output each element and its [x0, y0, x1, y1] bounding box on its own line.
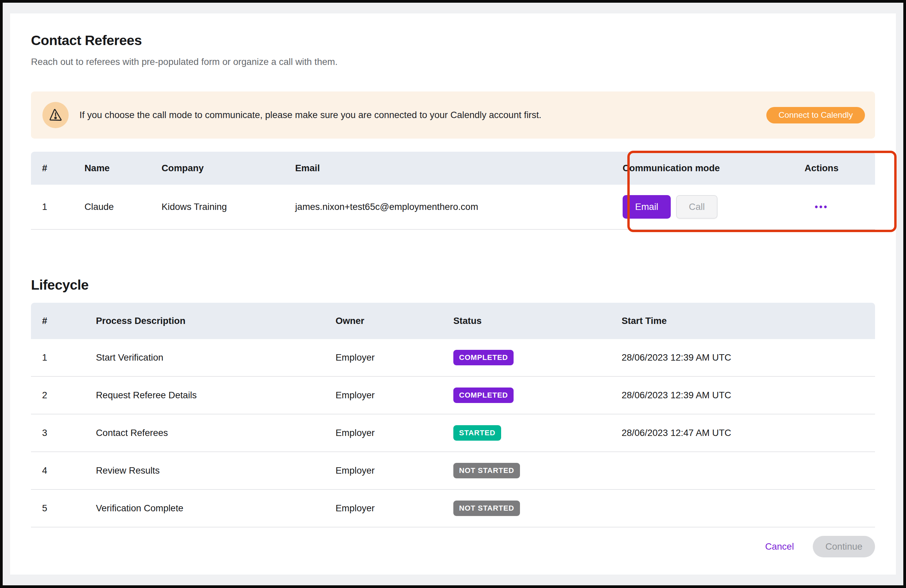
referees-header-index: #: [42, 163, 85, 174]
lifecycle-row-description: Contact Referees: [96, 427, 335, 438]
status-badge: COMPLETED: [453, 350, 514, 365]
status-badge: NOT STARTED: [453, 463, 520, 478]
lifecycle-header-owner: Owner: [335, 316, 453, 326]
lifecycle-row-description: Review Results: [96, 465, 335, 476]
lifecycle-row-start-time: 28/06/2023 12:39 AM UTC: [622, 390, 875, 401]
status-badge: COMPLETED: [453, 387, 514, 403]
referees-header-email: Email: [295, 163, 623, 174]
lifecycle-row-owner: Employer: [335, 390, 453, 401]
lifecycle-row-start-time: 28/06/2023 12:39 AM UTC: [622, 352, 875, 363]
lifecycle-row-index: 3: [42, 427, 96, 438]
calendly-warning-banner: If you choose the call mode to communica…: [31, 91, 875, 139]
referees-header-mode: Communication mode: [623, 163, 803, 174]
lifecycle-table-row: 4 Review Results Employer NOT STARTED: [31, 452, 875, 490]
status-badge: NOT STARTED: [453, 500, 520, 516]
page-title: Contact Referees: [31, 32, 142, 49]
screenshot-frame: Contact Referees Reach out to referees w…: [0, 0, 906, 588]
lifecycle-row-index: 2: [42, 390, 96, 401]
referee-table-row: 1 Claude Kidows Training james.nixon+tes…: [31, 185, 875, 230]
connect-to-calendly-button[interactable]: Connect to Calendly: [766, 107, 865, 123]
lifecycle-row-index: 5: [42, 503, 96, 514]
ellipsis-actions-icon[interactable]: •••: [815, 202, 828, 212]
referees-header-actions: Actions: [803, 163, 841, 174]
lifecycle-table-row: 2 Request Referee Details Employer COMPL…: [31, 377, 875, 414]
lifecycle-row-index: 4: [42, 465, 96, 476]
lifecycle-table-row: 3 Contact Referees Employer STARTED 28/0…: [31, 414, 875, 452]
lifecycle-row-start-time: 28/06/2023 12:47 AM UTC: [622, 427, 875, 438]
lifecycle-row-owner: Employer: [335, 427, 453, 438]
lifecycle-row-description: Request Referee Details: [96, 390, 335, 401]
page-background: Contact Referees Reach out to referees w…: [3, 3, 903, 585]
communication-mode-toggle: Email Call: [623, 195, 803, 219]
content-card: Contact Referees Reach out to referees w…: [10, 13, 896, 575]
referee-index: 1: [42, 201, 85, 212]
call-mode-button[interactable]: Call: [676, 195, 718, 219]
continue-button[interactable]: Continue: [813, 536, 875, 558]
lifecycle-table-header: # Process Description Owner Status Start…: [31, 303, 875, 339]
lifecycle-row-owner: Employer: [335, 465, 453, 476]
lifecycle-table-row: 5 Verification Complete Employer NOT STA…: [31, 490, 875, 527]
lifecycle-row-index: 1: [42, 352, 96, 363]
banner-message: If you choose the call mode to communica…: [80, 110, 542, 120]
lifecycle-row-owner: Employer: [335, 503, 453, 514]
lifecycle-table-row: 1 Start Verification Employer COMPLETED …: [31, 339, 875, 377]
lifecycle-row-description: Verification Complete: [96, 503, 335, 514]
lifecycle-row-owner: Employer: [335, 352, 453, 363]
lifecycle-row-description: Start Verification: [96, 352, 335, 363]
lifecycle-section-title: Lifecycle: [31, 277, 89, 293]
referee-email: james.nixon+test65c@employmenthero.com: [295, 201, 623, 212]
cancel-button[interactable]: Cancel: [765, 541, 794, 552]
page-subtitle: Reach out to referees with pre-populated…: [31, 56, 338, 68]
lifecycle-table-body: 1 Start Verification Employer COMPLETED …: [31, 339, 875, 527]
referees-header-name: Name: [85, 163, 161, 174]
lifecycle-header-status: Status: [453, 316, 622, 326]
referees-header-company: Company: [161, 163, 295, 174]
warning-triangle-icon: [42, 102, 69, 128]
lifecycle-header-index: #: [42, 316, 96, 326]
referee-name: Claude: [85, 201, 161, 212]
referees-table-header: # Name Company Email Communication mode …: [31, 152, 875, 185]
status-badge: STARTED: [453, 425, 501, 441]
referee-company: Kidows Training: [161, 201, 295, 212]
lifecycle-header-start-time: Start Time: [622, 316, 875, 326]
email-mode-button[interactable]: Email: [623, 195, 671, 219]
footer-actions: Cancel Continue: [765, 536, 875, 558]
lifecycle-header-description: Process Description: [96, 316, 335, 326]
